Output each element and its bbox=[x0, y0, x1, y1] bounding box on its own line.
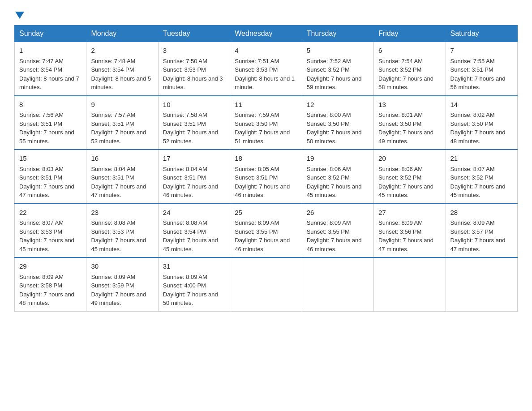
day-sunset: Sunset: 3:53 PM bbox=[91, 228, 134, 235]
calendar-header-monday: Monday bbox=[86, 26, 158, 42]
calendar-day-cell: 10 Sunrise: 7:58 AM Sunset: 3:51 PM Dayl… bbox=[158, 96, 230, 150]
day-sunset: Sunset: 3:51 PM bbox=[91, 120, 134, 127]
day-daylight: Daylight: 7 hours and 46 minutes. bbox=[235, 183, 290, 199]
day-number: 14 bbox=[450, 100, 513, 110]
day-sunrise: Sunrise: 8:06 AM bbox=[378, 166, 423, 172]
day-number: 18 bbox=[235, 154, 297, 164]
day-number: 4 bbox=[235, 46, 297, 56]
day-sunset: Sunset: 3:53 PM bbox=[19, 228, 62, 235]
calendar-day-cell: 18 Sunrise: 8:05 AM Sunset: 3:51 PM Dayl… bbox=[230, 150, 302, 204]
day-sunrise: Sunrise: 7:51 AM bbox=[235, 58, 279, 64]
calendar-day-cell: 21 Sunrise: 8:07 AM Sunset: 3:52 PM Dayl… bbox=[446, 150, 517, 204]
calendar-day-cell: 17 Sunrise: 8:04 AM Sunset: 3:51 PM Dayl… bbox=[158, 150, 230, 204]
calendar-week-row: 8 Sunrise: 7:56 AM Sunset: 3:51 PM Dayli… bbox=[15, 96, 518, 150]
day-daylight: Daylight: 7 hours and 59 minutes. bbox=[307, 75, 362, 91]
day-sunrise: Sunrise: 8:09 AM bbox=[378, 219, 423, 226]
day-sunset: Sunset: 3:54 PM bbox=[19, 66, 62, 73]
calendar-empty-cell bbox=[374, 257, 446, 311]
calendar-day-cell: 31 Sunrise: 8:09 AM Sunset: 4:00 PM Dayl… bbox=[158, 257, 230, 311]
day-daylight: Daylight: 7 hours and 47 minutes. bbox=[378, 237, 433, 253]
day-sunrise: Sunrise: 8:09 AM bbox=[91, 274, 135, 280]
calendar-header-friday: Friday bbox=[374, 26, 446, 42]
day-sunrise: Sunrise: 8:02 AM bbox=[450, 111, 495, 118]
day-sunset: Sunset: 3:50 PM bbox=[378, 120, 421, 127]
day-daylight: Daylight: 7 hours and 48 minutes. bbox=[450, 129, 506, 145]
day-number: 31 bbox=[163, 261, 225, 272]
day-daylight: Daylight: 7 hours and 48 minutes. bbox=[19, 291, 74, 307]
day-daylight: Daylight: 7 hours and 47 minutes. bbox=[19, 183, 74, 199]
day-number: 5 bbox=[307, 46, 369, 56]
calendar-day-cell: 25 Sunrise: 8:09 AM Sunset: 3:55 PM Dayl… bbox=[230, 204, 302, 258]
day-sunrise: Sunrise: 8:01 AM bbox=[378, 111, 423, 118]
calendar-header-row: SundayMondayTuesdayWednesdayThursdayFrid… bbox=[15, 26, 518, 42]
calendar-header-sunday: Sunday bbox=[15, 26, 86, 42]
day-sunset: Sunset: 3:58 PM bbox=[19, 282, 62, 289]
day-sunrise: Sunrise: 8:07 AM bbox=[19, 219, 64, 226]
day-number: 7 bbox=[450, 46, 513, 56]
day-sunrise: Sunrise: 8:05 AM bbox=[235, 166, 279, 172]
calendar-week-row: 1 Sunrise: 7:47 AM Sunset: 3:54 PM Dayli… bbox=[15, 42, 518, 96]
day-sunrise: Sunrise: 8:09 AM bbox=[307, 219, 351, 226]
day-daylight: Daylight: 7 hours and 46 minutes. bbox=[307, 237, 362, 253]
day-daylight: Daylight: 7 hours and 53 minutes. bbox=[91, 129, 146, 145]
day-sunset: Sunset: 3:57 PM bbox=[450, 228, 493, 235]
calendar-header-tuesday: Tuesday bbox=[158, 26, 230, 42]
day-sunrise: Sunrise: 8:09 AM bbox=[450, 219, 495, 226]
calendar-header-saturday: Saturday bbox=[446, 26, 517, 42]
day-number: 9 bbox=[91, 100, 153, 110]
page-header bbox=[14, 11, 518, 18]
day-daylight: Daylight: 7 hours and 45 minutes. bbox=[378, 183, 433, 199]
day-number: 22 bbox=[19, 208, 82, 218]
day-sunrise: Sunrise: 8:08 AM bbox=[163, 219, 207, 226]
day-sunset: Sunset: 3:52 PM bbox=[450, 174, 493, 181]
day-daylight: Daylight: 7 hours and 47 minutes. bbox=[91, 183, 146, 199]
day-sunrise: Sunrise: 8:06 AM bbox=[307, 166, 351, 172]
calendar-day-cell: 5 Sunrise: 7:52 AM Sunset: 3:52 PM Dayli… bbox=[302, 42, 373, 96]
day-sunset: Sunset: 3:51 PM bbox=[450, 66, 493, 73]
day-daylight: Daylight: 8 hours and 7 minutes. bbox=[19, 75, 79, 91]
day-daylight: Daylight: 7 hours and 51 minutes. bbox=[235, 129, 290, 145]
day-sunset: Sunset: 3:59 PM bbox=[91, 282, 134, 289]
day-number: 6 bbox=[378, 46, 441, 56]
calendar-day-cell: 19 Sunrise: 8:06 AM Sunset: 3:52 PM Dayl… bbox=[302, 150, 373, 204]
day-sunrise: Sunrise: 8:00 AM bbox=[307, 111, 351, 118]
day-daylight: Daylight: 7 hours and 46 minutes. bbox=[163, 183, 218, 199]
calendar-day-cell: 28 Sunrise: 8:09 AM Sunset: 3:57 PM Dayl… bbox=[446, 204, 517, 258]
day-sunset: Sunset: 3:50 PM bbox=[450, 120, 493, 127]
day-daylight: Daylight: 7 hours and 45 minutes. bbox=[91, 237, 146, 253]
day-sunrise: Sunrise: 8:07 AM bbox=[450, 166, 495, 172]
day-daylight: Daylight: 7 hours and 49 minutes. bbox=[378, 129, 433, 145]
day-number: 21 bbox=[450, 154, 513, 164]
calendar-day-cell: 13 Sunrise: 8:01 AM Sunset: 3:50 PM Dayl… bbox=[374, 96, 446, 150]
day-sunset: Sunset: 3:51 PM bbox=[91, 174, 134, 181]
calendar-day-cell: 12 Sunrise: 8:00 AM Sunset: 3:50 PM Dayl… bbox=[302, 96, 373, 150]
day-sunset: Sunset: 3:50 PM bbox=[307, 120, 350, 127]
calendar-day-cell: 22 Sunrise: 8:07 AM Sunset: 3:53 PM Dayl… bbox=[15, 204, 86, 258]
day-number: 25 bbox=[235, 208, 297, 218]
day-sunset: Sunset: 3:54 PM bbox=[91, 66, 134, 73]
logo-triangle-icon bbox=[15, 12, 24, 19]
calendar-day-cell: 30 Sunrise: 8:09 AM Sunset: 3:59 PM Dayl… bbox=[86, 257, 158, 311]
day-sunset: Sunset: 3:52 PM bbox=[307, 174, 350, 181]
day-daylight: Daylight: 7 hours and 46 minutes. bbox=[235, 237, 290, 253]
day-sunrise: Sunrise: 7:56 AM bbox=[19, 111, 64, 118]
day-sunset: Sunset: 3:53 PM bbox=[235, 66, 278, 73]
day-sunset: Sunset: 3:51 PM bbox=[19, 174, 62, 181]
day-sunrise: Sunrise: 8:08 AM bbox=[91, 219, 135, 226]
day-sunrise: Sunrise: 8:09 AM bbox=[163, 274, 207, 280]
day-number: 27 bbox=[378, 208, 441, 218]
day-sunrise: Sunrise: 8:09 AM bbox=[235, 219, 279, 226]
calendar-week-row: 29 Sunrise: 8:09 AM Sunset: 3:58 PM Dayl… bbox=[15, 257, 518, 311]
day-daylight: Daylight: 7 hours and 55 minutes. bbox=[19, 129, 74, 145]
day-number: 2 bbox=[91, 46, 153, 56]
day-number: 29 bbox=[19, 261, 82, 272]
calendar-day-cell: 1 Sunrise: 7:47 AM Sunset: 3:54 PM Dayli… bbox=[15, 42, 86, 96]
logo-blue-text bbox=[14, 11, 24, 18]
day-sunset: Sunset: 3:52 PM bbox=[307, 66, 350, 73]
day-number: 19 bbox=[307, 154, 369, 164]
day-daylight: Daylight: 7 hours and 47 minutes. bbox=[450, 237, 506, 253]
calendar-empty-cell bbox=[446, 257, 517, 311]
day-number: 13 bbox=[378, 100, 441, 110]
day-sunrise: Sunrise: 8:04 AM bbox=[91, 166, 135, 172]
day-sunset: Sunset: 3:52 PM bbox=[378, 66, 421, 73]
